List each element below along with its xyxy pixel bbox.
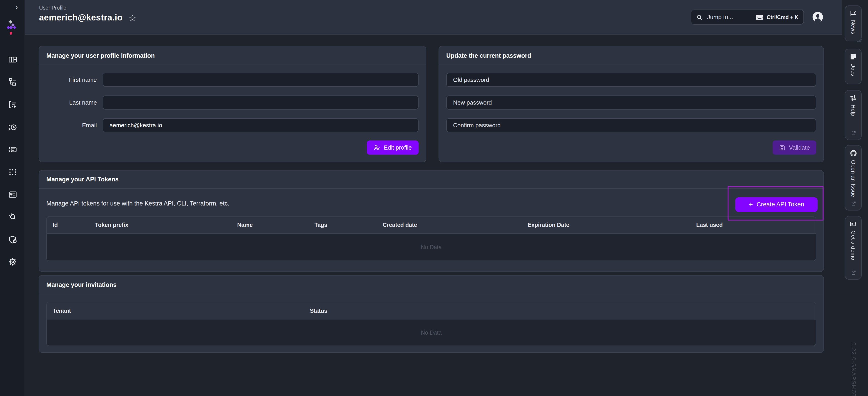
api-tokens-card: Manage your API Tokens Manage API tokens… [39, 170, 824, 272]
api-tokens-card-title: Manage your API Tokens [46, 176, 119, 183]
plus-icon: + [749, 201, 753, 208]
page-title: aemerich@kestra.io [39, 13, 122, 23]
breadcrumb: User Profile [39, 5, 66, 10]
create-api-token-label: Create API Token [757, 202, 804, 208]
right-help-strip: News Docs [842, 0, 868, 396]
tab-news[interactable]: News [845, 5, 862, 41]
tab-docs-label: Docs [850, 63, 857, 84]
save-icon [779, 144, 785, 151]
global-search[interactable]: Ctrl/Cmd + K [691, 9, 804, 25]
topbar: User Profile aemerich@kestra.io [25, 0, 842, 35]
tab-get-demo-label: Get a demo [850, 231, 857, 267]
annotation-highlight-box: + Create API Token [727, 186, 824, 220]
validate-button[interactable]: Validate [773, 141, 816, 155]
nav-blueprints-icon[interactable] [6, 188, 19, 201]
edit-profile-button[interactable]: Edit profile [367, 141, 418, 155]
last-name-input[interactable] [103, 95, 418, 110]
invitations-table-header: Tenant Status [47, 302, 816, 319]
external-link-icon [850, 270, 856, 276]
invitations-table: Tenant Status No Data [46, 302, 816, 346]
nav-plugins-icon[interactable] [6, 211, 19, 223]
validate-label: Validate [789, 145, 810, 151]
confirm-password-input[interactable] [446, 118, 816, 132]
external-link-icon [850, 201, 856, 206]
api-tokens-table-header: Id Token prefix Name Tags Created date E… [47, 217, 816, 233]
col-status[interactable]: Status [304, 302, 816, 319]
api-tokens-empty-state: No Data [47, 233, 816, 261]
news-flag-icon [850, 10, 857, 17]
password-card-title: Update the current password [446, 52, 531, 59]
tab-news-label: News [850, 20, 857, 41]
nav-logs-icon[interactable] [6, 143, 19, 155]
left-sidebar: › [0, 0, 25, 396]
edit-profile-label: Edit profile [384, 145, 412, 151]
nav-triggers-icon[interactable] [6, 121, 19, 133]
user-avatar[interactable] [812, 12, 823, 22]
main-content: Manage your user profile information Fir… [25, 35, 842, 396]
profile-card: Manage your user profile information Fir… [39, 46, 426, 162]
nav-dashboard-icon[interactable] [6, 53, 19, 65]
create-api-token-button[interactable]: + Create API Token [735, 197, 817, 212]
account-edit-icon [373, 144, 380, 151]
tab-get-demo[interactable]: Get a demo [845, 216, 862, 280]
app-version: 0.22.0-SNAPSHOT [850, 342, 857, 396]
password-card: Update the current password [438, 46, 824, 162]
col-id[interactable]: Id [47, 217, 89, 233]
keyboard-icon [756, 14, 764, 20]
invitations-card: Manage your invitations Tenant Status No… [39, 275, 824, 353]
github-icon [849, 150, 857, 157]
col-token-prefix[interactable]: Token prefix [89, 217, 231, 233]
nav-administration-icon[interactable] [6, 233, 19, 245]
invitations-card-title: Manage your invitations [46, 281, 117, 288]
api-tokens-table: Id Token prefix Name Tags Created date E… [46, 216, 816, 261]
app-root: › [0, 0, 868, 396]
sidebar-expand-chevron-icon[interactable]: › [16, 4, 18, 11]
last-name-label: Last name [46, 99, 97, 106]
tab-help-label: Help [850, 104, 857, 128]
api-tokens-description: Manage API tokens for use with the Kestr… [46, 200, 816, 207]
search-input[interactable] [706, 13, 756, 21]
col-created-date[interactable]: Created date [377, 217, 522, 233]
col-tenant[interactable]: Tenant [47, 302, 304, 319]
favorite-star-icon[interactable] [129, 14, 136, 21]
col-name[interactable]: Name [231, 217, 309, 233]
docs-book-icon [850, 53, 857, 60]
col-tags[interactable]: Tags [309, 217, 377, 233]
first-name-input[interactable] [103, 73, 418, 87]
search-icon [696, 14, 703, 20]
external-link-icon [850, 130, 856, 136]
tab-open-issue-label: Open an Issue [850, 160, 857, 198]
tab-open-issue[interactable]: Open an Issue [845, 145, 862, 211]
nav-namespaces-icon[interactable] [6, 165, 19, 178]
nav-settings-icon[interactable] [6, 255, 19, 268]
old-password-input[interactable] [446, 73, 816, 87]
invitations-empty-state: No Data [47, 319, 816, 345]
email-input[interactable] [103, 118, 418, 132]
col-expiration-date[interactable]: Expiration Date [522, 217, 690, 233]
tab-docs[interactable]: Docs [845, 49, 862, 84]
kestra-logo[interactable] [7, 19, 18, 37]
first-name-label: First name [46, 77, 97, 83]
nav-executions-icon[interactable] [6, 98, 19, 111]
tab-help[interactable]: Help [845, 90, 862, 140]
new-password-input[interactable] [446, 95, 816, 110]
slack-icon [850, 95, 857, 101]
search-shortcut: Ctrl/Cmd + K [756, 14, 799, 20]
demo-screen-icon [850, 220, 857, 227]
nav-flows-icon[interactable] [6, 75, 19, 88]
email-label: Email [46, 122, 97, 129]
profile-card-title: Manage your user profile information [46, 52, 155, 59]
